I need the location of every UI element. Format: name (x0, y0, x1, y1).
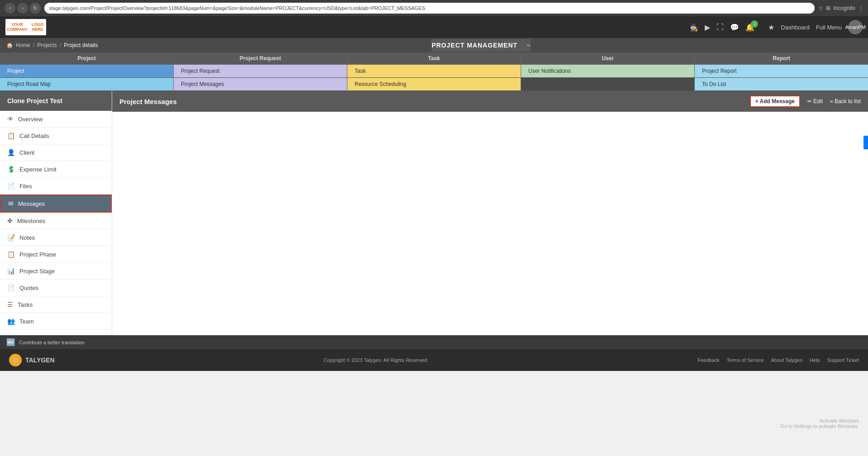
add-message-button[interactable]: + Add Message (750, 95, 800, 107)
back-button[interactable]: ‹ (5, 3, 15, 14)
sidebar-item-messages[interactable]: ✉ Messages (0, 195, 112, 213)
nav-item-project[interactable]: Project (0, 65, 173, 78)
translate-bar: 🔤 Contribute a better translation (0, 335, 868, 349)
sidebar-item-call-details[interactable]: 📋 Call Details (0, 128, 112, 144)
nav-item-task[interactable]: Task (347, 65, 521, 78)
footer-link-help[interactable]: Help (810, 357, 820, 363)
back-to-list-button[interactable]: « Back to list (830, 98, 861, 104)
edit-button[interactable]: ✏ Edit (807, 98, 823, 104)
nav-item-project-road-map[interactable]: Project Road Map (0, 78, 173, 91)
forward-button[interactable]: › (17, 3, 28, 14)
nav-col-project: Project Project Project Road Map (0, 52, 174, 91)
sidebar-item-project-phase[interactable]: 📋 Project Phase (0, 246, 112, 263)
nav-col-header-user: User (521, 52, 694, 65)
sidebar-label-project-stage: Project Stage (19, 268, 55, 275)
dashboard-link[interactable]: Dashboard (781, 24, 810, 31)
sidebar-label-notes: Notes (19, 234, 35, 241)
pm-title: PROJECT MANAGEMENT (432, 42, 517, 49)
browser-bar: ‹ › ↻ stage.talygen.com/Project/ProjectO… (0, 0, 868, 16)
sidebar-item-notes[interactable]: 📝 Notes (0, 229, 112, 246)
footer-link-about[interactable]: About Talygen (771, 357, 803, 363)
nav-col-header-report: Report (695, 52, 868, 65)
breadcrumb-current: Project details (64, 42, 98, 48)
nav-col-project-request: Project Request Project Request Project … (174, 52, 347, 91)
footer-link-tos[interactable]: Terms of Service (727, 357, 764, 363)
user-profile-label: Incognito (833, 5, 855, 11)
nav-item-project-messages[interactable]: Project Messages (174, 78, 347, 91)
breadcrumb-home[interactable]: Home (16, 42, 30, 48)
sidebar-item-project-stage[interactable]: 📊 Project Stage (0, 263, 112, 280)
nav-menu: Project Project Project Road Map Project… (0, 52, 868, 91)
footer-links: Feedback Terms of Service About Talygen … (697, 357, 859, 363)
top-nav: YOUR COMPANY LOGO HERE 🧙 ▶ ⛶ 💬 🔔 1 ★ Das… (0, 16, 868, 38)
sidebar-label-expense-limit: Expense Limit (19, 166, 57, 173)
sidebar-label-overview: Overview (18, 116, 43, 123)
project-phase-icon: 📋 (7, 251, 15, 258)
nav-col-user: User User Notifications (521, 52, 695, 91)
breadcrumb-home-icon: 🏠 (6, 42, 13, 48)
wizard-icon[interactable]: 🧙 (689, 23, 698, 32)
breadcrumb-projects[interactable]: Projects (37, 42, 57, 48)
quotes-icon: 📄 (7, 284, 15, 291)
footer-copyright: Copyright © 2023 Talygen. All Rights Res… (324, 357, 429, 363)
project-stage-icon: 📊 (7, 267, 15, 275)
sidebar-label-milestones: Milestones (17, 218, 45, 224)
sidebar-label-call-details: Call Details (19, 133, 49, 139)
sidebar-label-team: Team (19, 318, 34, 325)
tasks-icon: ☰ (7, 301, 13, 308)
footer-link-support[interactable]: Support Ticket (827, 357, 859, 363)
milestones-icon: ✤ (7, 217, 13, 224)
chat-icon[interactable]: 💬 (730, 23, 739, 32)
pm-minimize-button[interactable]: − (526, 42, 531, 49)
translate-label[interactable]: Contribute a better translation (19, 340, 85, 345)
content-header: Project Messages + Add Message ✏ Edit « … (112, 91, 868, 112)
play-icon[interactable]: ▶ (705, 23, 710, 32)
sidebar-item-client[interactable]: 👤 Client (0, 144, 112, 161)
footer-link-feedback[interactable]: Feedback (697, 357, 719, 363)
sidebar-item-quotes[interactable]: 📄 Quotes (0, 280, 112, 296)
bookmark-icon[interactable]: ☆ (818, 5, 823, 11)
content-panel: Project Messages + Add Message ✏ Edit « … (112, 91, 868, 335)
sidebar-label-tasks: Tasks (18, 301, 33, 308)
sidebar-label-quotes: Quotes (19, 285, 38, 291)
sidebar-item-team[interactable]: 👥 Team (0, 313, 112, 330)
sidebar-item-tasks[interactable]: ☰ Tasks (0, 296, 112, 313)
sidebar-label-project-phase: Project Phase (19, 251, 56, 258)
nav-col-header-task: Task (347, 52, 521, 65)
sidebar-item-overview[interactable]: 👁 Overview (0, 111, 112, 128)
main-content: Clone Project Test 👁 Overview 📋 Call Det… (0, 91, 868, 335)
sidebar-label-messages: Messages (18, 200, 45, 207)
breadcrumb: 🏠 Home / Projects / Project details PROJ… (0, 38, 868, 52)
star-icon[interactable]: ★ (768, 23, 774, 32)
files-icon: 📄 (7, 182, 15, 190)
url-text: stage.talygen.com/Project/ProjectOvervie… (49, 5, 425, 11)
call-details-icon: 📋 (7, 132, 15, 139)
nav-col-task: Task Task Resource Scheduling (347, 52, 521, 91)
notes-icon: 📝 (7, 234, 15, 241)
full-menu-link[interactable]: Full Menu (816, 24, 842, 31)
sidebar: Clone Project Test 👁 Overview 📋 Call Det… (0, 91, 112, 335)
sidebar-item-milestones[interactable]: ✤ Milestones (0, 213, 112, 229)
nav-item-to-do-list[interactable]: To Do List (695, 78, 868, 91)
sidebar-item-expense-limit[interactable]: 💲 Expense Limit (0, 161, 112, 178)
nav-item-project-report[interactable]: Project Report (695, 65, 868, 78)
content-header-actions: + Add Message ✏ Edit « Back to list (750, 95, 861, 107)
footer-logo: ⊙ TALYGEN (9, 354, 55, 366)
extensions-icon[interactable]: ⊞ (826, 5, 830, 11)
notification-badge: 1 (751, 20, 758, 28)
nav-item-user-empty (521, 78, 694, 91)
top-nav-right: 🧙 ▶ ⛶ 💬 🔔 1 ★ Dashboard Full Menu AmanPM (689, 20, 863, 34)
nav-item-user-notifications[interactable]: User Notifications (521, 65, 694, 78)
reload-button[interactable]: ↻ (30, 3, 41, 14)
nav-item-project-request[interactable]: Project Request (174, 65, 347, 78)
nav-item-resource-scheduling[interactable]: Resource Scheduling (347, 78, 521, 91)
menu-icon[interactable]: ⋮ (858, 5, 863, 11)
nav-col-report: Report Project Report To Do List (695, 52, 868, 91)
address-bar[interactable]: stage.talygen.com/Project/ProjectOvervie… (44, 3, 815, 14)
footer-logo-text: TALYGEN (25, 356, 55, 364)
avatar[interactable]: AmanPM (848, 20, 863, 34)
sidebar-item-files[interactable]: 📄 Files (0, 178, 112, 195)
messages-icon: ✉ (8, 200, 14, 207)
expense-limit-icon: 💲 (7, 166, 15, 173)
fullscreen-icon[interactable]: ⛶ (716, 23, 724, 31)
